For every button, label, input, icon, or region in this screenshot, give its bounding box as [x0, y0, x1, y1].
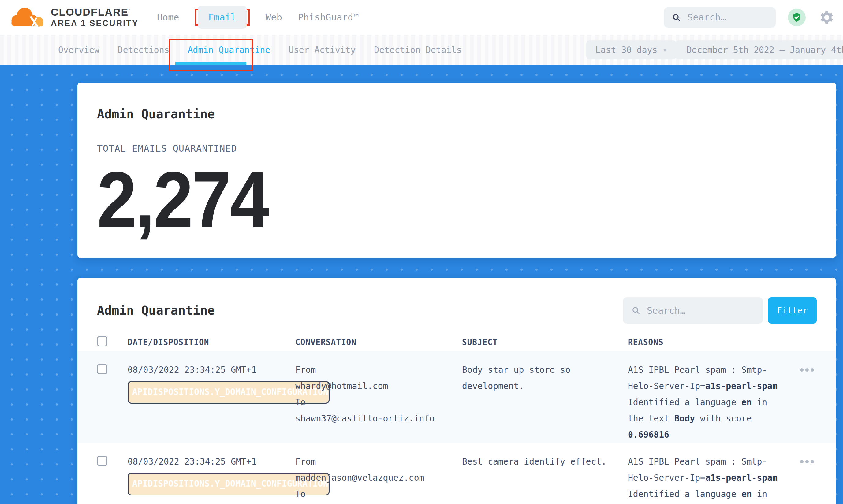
column-header-reasons: REASONS — [628, 338, 800, 347]
row-conversation: From maddenjason@velazquez.com To bradle… — [295, 453, 462, 504]
column-header-subject: SUBJECT — [462, 338, 628, 347]
ellipsis-icon[interactable] — [800, 460, 814, 463]
from-address[interactable]: whardy@hotmail.com — [295, 378, 462, 394]
row-conversation: From whardy@hotmail.com To shawn37@casti… — [295, 362, 462, 427]
table-row: 08/03/2022 23:34:25 GMT+1 APIDISPOSITION… — [77, 351, 836, 443]
from-label: From — [295, 453, 462, 470]
row-date: 08/03/2022 23:34:25 GMT+1 — [128, 456, 295, 468]
summary-card: Admin Quarantine TOTAL EMAILS QUARANTINE… — [77, 83, 836, 258]
brand-trademark: ’ — [128, 8, 130, 13]
summary-card-title: Admin Quarantine — [97, 83, 836, 121]
metric-value: 2,274 — [97, 166, 268, 234]
column-header-date: DATE/DISPOSITION — [128, 338, 295, 347]
search-icon — [672, 12, 681, 23]
security-status-badge[interactable] — [788, 8, 806, 26]
to-label: To — [295, 394, 462, 410]
gear-icon[interactable] — [818, 10, 833, 25]
brand-name: CLOUDFLARE’ — [51, 6, 139, 18]
row-date: 08/03/2022 23:34:25 GMT+1 — [128, 364, 295, 376]
table-search-input[interactable] — [647, 305, 754, 316]
annotation-box-admin-quarantine — [169, 39, 253, 71]
section-tabs-bar: Overview Detections Admin Quarantine Use… — [0, 35, 843, 65]
quarantine-card-title: Admin Quarantine — [97, 303, 623, 318]
ellipsis-icon[interactable] — [800, 368, 814, 372]
metric-label: TOTAL EMAILS QUARANTINED — [97, 143, 836, 154]
date-range-display[interactable]: December 5th 2022 — January 4th 2023 — [675, 40, 843, 59]
row-reasons: A1S IPBL Pearl spam : Smtp-Helo-Server-I… — [628, 362, 800, 443]
table-body: 08/03/2022 23:34:25 GMT+1 APIDISPOSITION… — [77, 351, 836, 504]
tab-overview[interactable]: Overview — [58, 45, 100, 55]
brand-subtitle: AREA 1 SECURITY — [51, 19, 139, 28]
shield-check-icon — [792, 12, 802, 23]
global-search[interactable] — [664, 7, 776, 28]
page-background: Admin Quarantine TOTAL EMAILS QUARANTINE… — [0, 65, 843, 504]
header-right — [664, 7, 833, 28]
row-checkbox[interactable] — [97, 364, 107, 374]
nav-item-home[interactable]: Home — [157, 12, 179, 23]
table-header-row: DATE/DISPOSITION CONVERSATION SUBJECT RE… — [77, 334, 836, 351]
select-all-checkbox[interactable] — [97, 336, 107, 346]
nav-item-phishguard[interactable]: PhishGuard™ — [298, 12, 359, 23]
date-range-text: December 5th 2022 — January 4th 2023 — [687, 45, 843, 55]
table-row: 08/03/2022 23:34:25 GMT+1 APIDISPOSITION… — [77, 443, 836, 504]
filter-button[interactable]: Filter — [768, 297, 817, 324]
cloudflare-cloud-icon — [8, 5, 46, 29]
quarantine-table: DATE/DISPOSITION CONVERSATION SUBJECT RE… — [77, 334, 836, 504]
tab-detections[interactable]: Detections — [118, 45, 170, 55]
row-subject: Body star up store so development. — [462, 362, 628, 394]
table-search[interactable] — [623, 297, 763, 324]
nav-item-email[interactable]: Email — [198, 6, 246, 29]
quarantine-card-header: Admin Quarantine Filter — [77, 278, 836, 324]
cloudflare-logo: CLOUDFLARE’ AREA 1 SECURITY — [8, 5, 139, 29]
top-header: CLOUDFLARE’ AREA 1 SECURITY Home Email W… — [0, 0, 843, 35]
row-reasons: A1S IPBL Pearl spam : Smtp-Helo-Server-I… — [628, 453, 800, 504]
primary-nav: Home Email Web PhishGuard™ — [157, 9, 358, 26]
section-tabs: Overview Detections Admin Quarantine Use… — [58, 35, 462, 65]
tab-detection-details[interactable]: Detection Details — [374, 45, 462, 55]
row-subject: Best camera identify effect. — [462, 453, 628, 470]
annotation-box-email: Email — [195, 9, 249, 26]
nav-item-web[interactable]: Web — [266, 12, 282, 23]
global-search-input[interactable] — [688, 12, 768, 23]
from-label: From — [295, 362, 462, 378]
search-icon — [632, 306, 640, 315]
caret-down-icon: ▾ — [663, 46, 667, 54]
to-address[interactable]: shawn37@castillo-ortiz.info — [295, 410, 462, 427]
to-address[interactable]: bradleyrodriguez@copeland.net — [295, 502, 462, 504]
date-range-selector[interactable]: Last 30 days ▾ — [586, 40, 676, 59]
column-header-conversation: CONVERSATION — [295, 338, 462, 347]
date-range-selector-label: Last 30 days — [595, 45, 657, 55]
tab-user-activity[interactable]: User Activity — [288, 45, 355, 55]
row-checkbox[interactable] — [97, 456, 107, 466]
from-address[interactable]: maddenjason@velazquez.com — [295, 470, 462, 486]
quarantine-card: Admin Quarantine Filter DATE/DISPOSITION… — [77, 278, 836, 504]
to-label: To — [295, 486, 462, 502]
